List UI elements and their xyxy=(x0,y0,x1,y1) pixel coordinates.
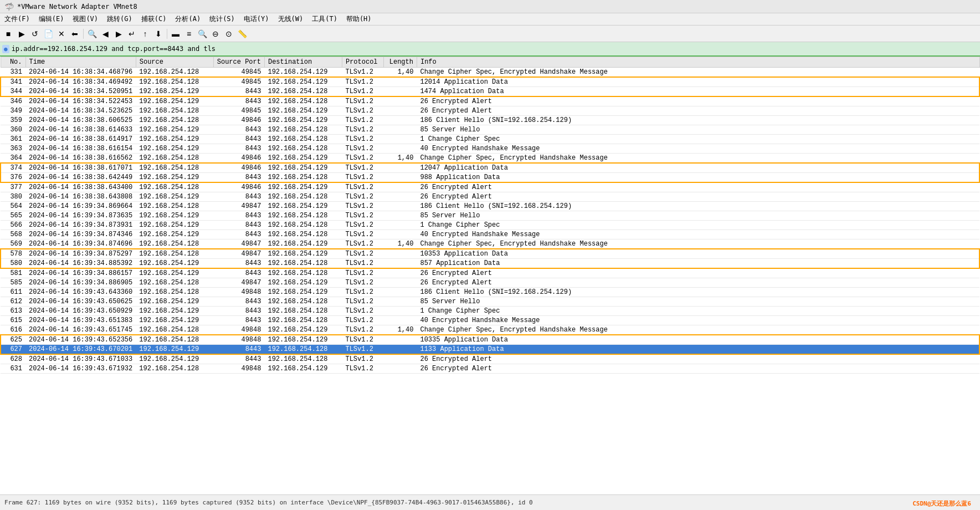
toolbar-separator xyxy=(167,29,167,39)
col-header-protocol[interactable]: Protocol xyxy=(342,57,383,68)
table-row[interactable]: 3802024-06-14 16:38:38.643808192.168.254… xyxy=(1,192,979,202)
table-row[interactable]: 5662024-06-14 16:39:34.873931192.168.254… xyxy=(1,221,979,230)
menu-item-电话(Y)[interactable]: 电话(Y) xyxy=(239,13,274,25)
table-row[interactable]: 3742024-06-14 16:38:38.617071192.168.254… xyxy=(1,163,979,173)
up-button[interactable]: ↑ xyxy=(139,28,151,40)
menu-bar: 文件(F)编辑(E)视图(V)跳转(G)捕获(C)分析(A)统计(S)电话(Y)… xyxy=(0,13,980,26)
next-button[interactable]: ▶ xyxy=(112,28,125,40)
table-row[interactable]: 6132024-06-14 16:39:43.650929192.168.254… xyxy=(1,307,979,316)
open-button[interactable]: 📄 xyxy=(42,28,54,40)
menu-item-跳转(G)[interactable]: 跳转(G) xyxy=(102,13,137,25)
enter-button[interactable]: ↵ xyxy=(126,28,138,40)
table-row[interactable]: 5692024-06-14 16:39:34.874696192.168.254… xyxy=(1,239,979,249)
search-button[interactable]: 🔍 xyxy=(86,28,98,40)
left-button[interactable]: ⬅ xyxy=(69,28,81,40)
menu-item-帮助(H)[interactable]: 帮助(H) xyxy=(342,13,376,25)
table-row[interactable]: 5852024-06-14 16:39:34.886905192.168.254… xyxy=(1,278,979,288)
close-button[interactable]: ✕ xyxy=(55,28,68,40)
zoom-out-button[interactable]: ⊖ xyxy=(209,28,222,40)
zoom-in-button[interactable]: 🔍 xyxy=(196,28,208,40)
table-row[interactable]: 3312024-06-14 16:38:34.468796192.168.254… xyxy=(1,68,979,78)
table-row[interactable]: 6252024-06-14 16:39:43.652356192.168.254… xyxy=(1,335,979,345)
prev-button[interactable]: ◀ xyxy=(99,28,111,40)
table-row[interactable]: 5652024-06-14 16:39:34.873635192.168.254… xyxy=(1,211,979,221)
table-row[interactable]: 3592024-06-14 16:38:38.606525192.168.254… xyxy=(1,116,979,125)
filter-input[interactable]: ip.addr==192.168.254.129 and tcp.port==8… xyxy=(12,45,978,53)
watermark: CSDN@天还是那么蓝6 xyxy=(912,499,971,508)
table-row[interactable]: 5642024-06-14 16:39:34.869664192.168.254… xyxy=(1,202,979,211)
menu-item-视图(V)[interactable]: 视图(V) xyxy=(68,13,102,25)
menu-item-分析(A)[interactable]: 分析(A) xyxy=(171,13,205,25)
stop-button[interactable]: ■ xyxy=(2,28,14,40)
table-row[interactable]: 3642024-06-14 16:38:38.616562192.168.254… xyxy=(1,154,979,164)
down-button[interactable]: ⬇ xyxy=(152,28,165,40)
packet-list[interactable]: No. Time Source Source Port Destination … xyxy=(0,57,980,494)
app-icon: 🦈 xyxy=(4,2,14,11)
status-text: Frame 627: 1169 bytes on wire (9352 bits… xyxy=(4,499,533,506)
col-header-length[interactable]: Length xyxy=(383,57,417,68)
filter-bar: ● ip.addr==192.168.254.129 and tcp.port=… xyxy=(0,42,980,57)
status-bar: Frame 627: 1169 bytes on wire (9352 bits… xyxy=(0,494,980,510)
col-header-time[interactable]: Time xyxy=(25,57,136,68)
menu-item-工具(T)[interactable]: 工具(T) xyxy=(307,13,342,25)
table-row[interactable]: 6282024-06-14 16:39:43.671033192.168.254… xyxy=(1,354,979,364)
menu-button[interactable]: ≡ xyxy=(183,28,195,40)
toolbar: ■▶↺📄✕⬅🔍◀▶↵↑⬇▬≡🔍⊖⊙📏 xyxy=(0,26,980,42)
table-row[interactable]: 6162024-06-14 16:39:43.651745192.168.254… xyxy=(1,325,979,335)
filter-icon: ● xyxy=(2,45,9,53)
menu-item-编辑(E)[interactable]: 编辑(E) xyxy=(34,13,69,25)
col-header-sport[interactable]: Source Port xyxy=(213,57,264,68)
table-row[interactable]: 5782024-06-14 16:39:34.875297192.168.254… xyxy=(1,249,979,259)
window-title: *VMware Network Adapter VMnet8 xyxy=(17,3,137,11)
horizontal-rule-button[interactable]: ▬ xyxy=(170,28,182,40)
table-row[interactable]: 3772024-06-14 16:38:38.643400192.168.254… xyxy=(1,182,979,192)
table-row[interactable]: 3762024-06-14 16:38:38.642449192.168.254… xyxy=(1,173,979,183)
table-row[interactable]: 3632024-06-14 16:38:38.616154192.168.254… xyxy=(1,144,979,154)
table-row[interactable]: 3492024-06-14 16:38:34.523625192.168.254… xyxy=(1,106,979,116)
zoom-orig-button[interactable]: ⊙ xyxy=(223,28,235,40)
play-button[interactable]: ▶ xyxy=(16,28,28,40)
toolbar-separator xyxy=(83,29,84,39)
col-header-no[interactable]: No. xyxy=(1,57,25,68)
table-row[interactable]: 3602024-06-14 16:38:38.614633192.168.254… xyxy=(1,125,979,135)
table-row[interactable]: 5812024-06-14 16:39:34.886157192.168.254… xyxy=(1,268,979,278)
col-header-destination[interactable]: Destination xyxy=(264,57,342,68)
menu-item-无线(W)[interactable]: 无线(W) xyxy=(274,13,308,25)
table-row[interactable]: 6112024-06-14 16:39:43.643360192.168.254… xyxy=(1,288,979,297)
col-header-source[interactable]: Source xyxy=(136,57,213,68)
table-row[interactable]: 3612024-06-14 16:38:38.614917192.168.254… xyxy=(1,135,979,144)
refresh-button[interactable]: ↺ xyxy=(29,28,41,40)
menu-item-文件(F)[interactable]: 文件(F) xyxy=(0,13,34,25)
menu-item-统计(S)[interactable]: 统计(S) xyxy=(205,13,239,25)
menu-item-捕获(C)[interactable]: 捕获(C) xyxy=(137,13,171,25)
table-row[interactable]: 6122024-06-14 16:39:43.650625192.168.254… xyxy=(1,297,979,307)
table-row[interactable]: 3462024-06-14 16:38:34.522453192.168.254… xyxy=(1,96,979,106)
table-row[interactable]: 3412024-06-14 16:38:34.469492192.168.254… xyxy=(1,77,979,87)
ruler-button[interactable]: 📏 xyxy=(236,28,248,40)
packets-table: No. Time Source Source Port Destination … xyxy=(0,57,980,374)
table-row[interactable]: 6152024-06-14 16:39:43.651383192.168.254… xyxy=(1,316,979,325)
col-header-info[interactable]: Info xyxy=(417,57,979,68)
table-row[interactable]: 3442024-06-14 16:38:34.520951192.168.254… xyxy=(1,87,979,97)
table-row[interactable]: 6312024-06-14 16:39:43.671932192.168.254… xyxy=(1,364,979,374)
table-row[interactable]: 5682024-06-14 16:39:34.874346192.168.254… xyxy=(1,230,979,239)
title-bar: 🦈 *VMware Network Adapter VMnet8 xyxy=(0,0,980,13)
table-row[interactable]: 6272024-06-14 16:39:43.670201192.168.254… xyxy=(1,345,979,355)
table-row[interactable]: 5802024-06-14 16:39:34.885392192.168.254… xyxy=(1,259,979,269)
